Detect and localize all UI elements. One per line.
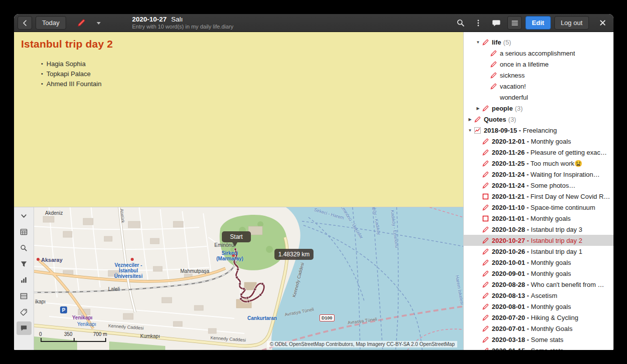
tree-row[interactable]: 2020-11-24 - Some photos… <box>464 180 613 191</box>
map-toolbar <box>14 207 34 350</box>
tree-row-label: vacation! <box>500 83 526 90</box>
tree-row[interactable]: 2020-11-25 - Too much work😫 <box>464 158 613 169</box>
tree-row[interactable]: once in a lifetime <box>464 59 613 70</box>
entry-title: Istanbul trip day 2 <box>21 38 456 50</box>
tree-row[interactable]: wonderful <box>464 92 613 103</box>
dropdown-caret-icon <box>96 20 102 26</box>
road-badge: D100 <box>320 314 335 321</box>
search-button[interactable] <box>453 16 468 30</box>
tree-row[interactable]: 2020-09-01 - Monthly goals <box>464 268 613 279</box>
pencil-icon <box>482 248 489 255</box>
expander-right-icon[interactable]: ▶ <box>467 117 473 122</box>
tree-row[interactable]: sickness <box>464 70 613 81</box>
tree-row[interactable]: 2020-11-26 - Pleasure of getting exac… <box>464 147 613 158</box>
tree-row[interactable]: ▶people(3) <box>464 103 613 114</box>
tree-row-label: 2020-01-15 - Some stats <box>492 347 563 350</box>
tool-tag-button[interactable] <box>17 305 32 319</box>
tree-row[interactable]: 2020-11-21 - First Day of New Covid R… <box>464 191 613 202</box>
tree-row[interactable]: 2020-08-13 - Ascetism <box>464 290 613 301</box>
tool-filter-button[interactable] <box>17 257 32 271</box>
none-icon <box>490 94 497 101</box>
tree-row[interactable]: 2020-11-24 - Waiting for Inspiration… <box>464 169 613 180</box>
tool-table-button[interactable] <box>17 289 32 303</box>
back-button[interactable] <box>18 16 32 30</box>
content-area: Istanbul trip day 2 Hagia SophiaTopkapi … <box>14 32 613 350</box>
tree-row[interactable]: ▶Quotes(3) <box>464 114 613 125</box>
tree-row[interactable]: 2020-10-27 - Istanbul trip day 2 <box>464 235 613 246</box>
tree-row-label: 2020-08-01 - Monthly goals <box>492 303 571 310</box>
tree-row[interactable]: ▼life(5) <box>464 37 613 48</box>
tree-row[interactable]: 2020-10-01 - Monthly goals <box>464 257 613 268</box>
tree-row[interactable]: 2020-11-10 - Space-time continuum <box>464 202 613 213</box>
title-date: 2020-10-27 <box>132 16 167 23</box>
search-icon <box>456 19 465 27</box>
today-button[interactable]: Today <box>36 16 66 30</box>
route-start-bubble: Start <box>222 231 251 242</box>
pencil-icon <box>490 50 497 57</box>
logout-button[interactable]: Log out <box>554 16 589 30</box>
expander-down-icon[interactable]: ▼ <box>467 128 473 133</box>
expander-down-icon[interactable]: ▼ <box>475 40 481 45</box>
tree-row[interactable]: 2020-07-20 - Hiking & Cycling <box>464 312 613 323</box>
map-scalebar <box>41 338 106 342</box>
tree-row-label: 2020-11-26 - Pleasure of getting exac… <box>492 149 607 156</box>
tree-row[interactable]: ▼2018-09-15 - Freelancing <box>464 125 613 136</box>
edit-button[interactable]: Edit <box>525 16 551 30</box>
tree-row-label: 2020-08-13 - Ascetism <box>492 292 557 299</box>
tree-row[interactable]: a serious accomplishment <box>464 48 613 59</box>
route-start-label: Start <box>230 233 242 240</box>
tree-row[interactable]: 2020-10-26 - Istanbul trip day 1 <box>464 246 613 257</box>
tree-row-label: 2020-11-01 - Monthly goals <box>492 215 571 222</box>
scale-end: 700 m <box>93 331 107 337</box>
table-icon <box>20 292 28 300</box>
map-view[interactable]: AkdenizAtatürkAksarayVezneciler - İstanb… <box>34 207 463 350</box>
comments-button[interactable] <box>489 16 504 30</box>
main-pane: Istanbul trip day 2 Hagia SophiaTopkapi … <box>14 32 463 350</box>
pencil-icon <box>482 303 489 310</box>
tool-search-button[interactable] <box>17 241 32 255</box>
search-icon <box>20 244 28 252</box>
tree-row[interactable]: 2020-01-15 - Some stats <box>464 345 613 350</box>
tree-row-label: 2020-11-10 - Space-time continuum <box>492 204 595 211</box>
close-icon <box>598 19 607 27</box>
entry-text-view[interactable]: Istanbul trip day 2 Hagia SophiaTopkapi … <box>14 32 463 207</box>
tool-stats-button[interactable] <box>17 273 32 287</box>
hamburger-icon <box>511 19 519 27</box>
tool-calendar-button[interactable] <box>17 225 32 239</box>
tool-comments-button[interactable] <box>17 321 32 335</box>
edit-entry-button[interactable] <box>74 16 89 30</box>
expander-right-icon[interactable]: ▶ <box>475 106 481 111</box>
tree-row[interactable]: 2020-03-18 - Some stats <box>464 334 613 345</box>
tree-row[interactable]: 2020-10-28 - Istanbul trip day 3 <box>464 224 613 235</box>
map-canvas[interactable] <box>34 207 463 350</box>
desktop: { "headerbar": { "today_button": "Today"… <box>0 0 627 364</box>
tree-row[interactable]: 2020-08-01 - Monthly goals <box>464 301 613 312</box>
tree-row-label: sickness <box>500 72 525 79</box>
tree-row[interactable]: 2020-08-28 - Who can't benefit from … <box>464 279 613 290</box>
tree-row[interactable]: 2020-11-01 - Monthly goals <box>464 213 613 224</box>
pencil-icon <box>482 105 489 112</box>
pencil-icon <box>482 182 489 189</box>
tree-row-label: once in a lifetime <box>500 61 549 68</box>
more-options-button[interactable] <box>471 16 485 30</box>
tree-row-label: 2020-12-01 - Monthly goals <box>492 138 571 145</box>
edit-dropdown-button[interactable] <box>93 16 105 30</box>
tree-row-label: 2020-11-24 - Some photos… <box>492 182 575 189</box>
tree-row[interactable]: 2020-12-01 - Monthly goals <box>464 136 613 147</box>
tree-row[interactable]: vacation! <box>464 81 613 92</box>
pencil-icon <box>474 116 481 123</box>
pencil-icon <box>482 325 489 332</box>
tree-row-label: 2020-08-28 - Who can't benefit from … <box>492 281 604 288</box>
main-menu-button[interactable] <box>507 16 522 30</box>
tree-row[interactable]: 2020-07-01 - Monthly Goals <box>464 323 613 334</box>
close-button[interactable] <box>595 16 610 30</box>
tree-row-label: 2020-11-24 - Waiting for Inspiration… <box>492 171 600 178</box>
tree-row-label: Quotes(3) <box>484 116 516 123</box>
tree-row-label: 2020-10-26 - Istanbul trip day 1 <box>492 248 582 255</box>
pencil-icon <box>482 259 489 266</box>
tool-collapse-button[interactable] <box>17 209 32 223</box>
tree-row-label: 2020-10-01 - Monthly goals <box>492 259 571 266</box>
pencil-icon <box>482 347 489 350</box>
entry-bullet: Ahmed III Fountain <box>41 79 456 89</box>
stats-icon <box>20 276 28 284</box>
